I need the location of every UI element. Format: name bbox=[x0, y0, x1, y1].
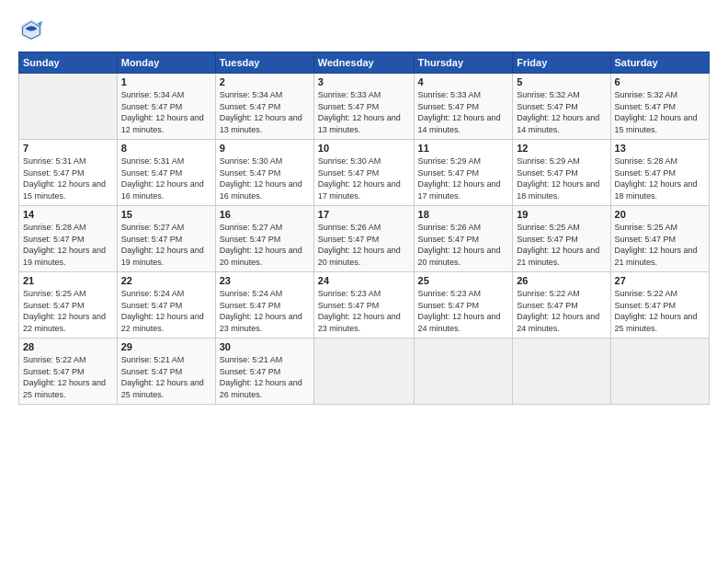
day-info: Sunrise: 5:32 AMSunset: 5:47 PMDaylight:… bbox=[517, 89, 606, 135]
calendar-cell bbox=[513, 339, 610, 405]
day-number: 15 bbox=[121, 209, 211, 220]
day-info: Sunrise: 5:27 AMSunset: 5:47 PMDaylight:… bbox=[220, 222, 310, 268]
day-number: 14 bbox=[23, 209, 113, 220]
day-number: 2 bbox=[220, 76, 310, 87]
calendar-cell bbox=[414, 339, 513, 405]
calendar-week-2: 7Sunrise: 5:31 AMSunset: 5:47 PMDaylight… bbox=[19, 140, 710, 206]
day-info: Sunrise: 5:25 AMSunset: 5:47 PMDaylight:… bbox=[615, 222, 705, 268]
calendar-page: SundayMondayTuesdayWednesdayThursdayFrid… bbox=[0, 0, 728, 563]
calendar-cell: 24Sunrise: 5:23 AMSunset: 5:47 PMDayligh… bbox=[313, 272, 414, 339]
day-number: 28 bbox=[23, 341, 113, 352]
weekday-header-friday: Friday bbox=[513, 52, 610, 74]
calendar-cell: 25Sunrise: 5:23 AMSunset: 5:47 PMDayligh… bbox=[414, 272, 513, 339]
calendar-week-1: 1Sunrise: 5:34 AMSunset: 5:47 PMDaylight… bbox=[19, 74, 710, 140]
calendar-cell: 6Sunrise: 5:32 AMSunset: 5:47 PMDaylight… bbox=[610, 74, 709, 140]
weekday-header-monday: Monday bbox=[117, 52, 215, 74]
calendar-cell: 4Sunrise: 5:33 AMSunset: 5:47 PMDaylight… bbox=[414, 74, 513, 140]
day-number: 11 bbox=[418, 143, 509, 154]
weekday-header-thursday: Thursday bbox=[414, 52, 513, 74]
day-number: 10 bbox=[318, 143, 410, 154]
day-info: Sunrise: 5:29 AMSunset: 5:47 PMDaylight:… bbox=[418, 155, 509, 201]
day-number: 17 bbox=[318, 209, 410, 220]
logo-icon bbox=[18, 17, 44, 42]
day-info: Sunrise: 5:28 AMSunset: 5:47 PMDaylight:… bbox=[615, 155, 705, 201]
weekday-header-wednesday: Wednesday bbox=[313, 52, 414, 74]
day-info: Sunrise: 5:24 AMSunset: 5:47 PMDaylight:… bbox=[121, 288, 211, 334]
day-info: Sunrise: 5:29 AMSunset: 5:47 PMDaylight:… bbox=[517, 155, 606, 201]
day-info: Sunrise: 5:23 AMSunset: 5:47 PMDaylight:… bbox=[318, 288, 410, 334]
day-info: Sunrise: 5:33 AMSunset: 5:47 PMDaylight:… bbox=[418, 89, 509, 135]
day-info: Sunrise: 5:22 AMSunset: 5:47 PMDaylight:… bbox=[517, 288, 606, 334]
calendar-cell: 10Sunrise: 5:30 AMSunset: 5:47 PMDayligh… bbox=[313, 140, 414, 206]
day-number: 12 bbox=[517, 143, 606, 154]
calendar-cell: 28Sunrise: 5:22 AMSunset: 5:47 PMDayligh… bbox=[19, 339, 118, 405]
day-info: Sunrise: 5:23 AMSunset: 5:47 PMDaylight:… bbox=[418, 288, 509, 334]
day-info: Sunrise: 5:34 AMSunset: 5:47 PMDaylight:… bbox=[220, 89, 310, 135]
calendar-cell: 11Sunrise: 5:29 AMSunset: 5:47 PMDayligh… bbox=[414, 140, 513, 206]
day-number: 27 bbox=[615, 275, 705, 286]
day-number: 25 bbox=[418, 275, 509, 286]
day-info: Sunrise: 5:27 AMSunset: 5:47 PMDaylight:… bbox=[121, 222, 211, 268]
calendar-cell: 18Sunrise: 5:26 AMSunset: 5:47 PMDayligh… bbox=[414, 206, 513, 272]
day-number: 29 bbox=[121, 341, 211, 352]
weekday-header-row: SundayMondayTuesdayWednesdayThursdayFrid… bbox=[19, 52, 710, 74]
day-info: Sunrise: 5:21 AMSunset: 5:47 PMDaylight:… bbox=[121, 354, 211, 400]
calendar-cell: 16Sunrise: 5:27 AMSunset: 5:47 PMDayligh… bbox=[215, 206, 313, 272]
calendar-cell: 19Sunrise: 5:25 AMSunset: 5:47 PMDayligh… bbox=[513, 206, 610, 272]
day-number: 26 bbox=[517, 275, 606, 286]
day-number: 9 bbox=[220, 143, 310, 154]
day-number: 3 bbox=[318, 76, 410, 87]
day-info: Sunrise: 5:30 AMSunset: 5:47 PMDaylight:… bbox=[318, 155, 410, 201]
day-info: Sunrise: 5:22 AMSunset: 5:47 PMDaylight:… bbox=[615, 288, 705, 334]
day-info: Sunrise: 5:33 AMSunset: 5:47 PMDaylight:… bbox=[318, 89, 410, 135]
calendar-cell: 5Sunrise: 5:32 AMSunset: 5:47 PMDaylight… bbox=[513, 74, 610, 140]
calendar-cell: 17Sunrise: 5:26 AMSunset: 5:47 PMDayligh… bbox=[313, 206, 414, 272]
calendar-cell: 30Sunrise: 5:21 AMSunset: 5:47 PMDayligh… bbox=[215, 339, 313, 405]
day-number: 20 bbox=[615, 209, 705, 220]
calendar-week-5: 28Sunrise: 5:22 AMSunset: 5:47 PMDayligh… bbox=[19, 339, 710, 405]
calendar-cell: 9Sunrise: 5:30 AMSunset: 5:47 PMDaylight… bbox=[215, 140, 313, 206]
calendar-cell: 29Sunrise: 5:21 AMSunset: 5:47 PMDayligh… bbox=[117, 339, 215, 405]
day-number: 4 bbox=[418, 76, 509, 87]
calendar-table: SundayMondayTuesdayWednesdayThursdayFrid… bbox=[18, 52, 710, 405]
calendar-cell: 8Sunrise: 5:31 AMSunset: 5:47 PMDaylight… bbox=[117, 140, 215, 206]
day-number: 7 bbox=[23, 143, 113, 154]
day-info: Sunrise: 5:26 AMSunset: 5:47 PMDaylight:… bbox=[418, 222, 509, 268]
day-info: Sunrise: 5:31 AMSunset: 5:47 PMDaylight:… bbox=[121, 155, 211, 201]
calendar-cell: 2Sunrise: 5:34 AMSunset: 5:47 PMDaylight… bbox=[215, 74, 313, 140]
calendar-cell: 1Sunrise: 5:34 AMSunset: 5:47 PMDaylight… bbox=[117, 74, 215, 140]
calendar-cell: 22Sunrise: 5:24 AMSunset: 5:47 PMDayligh… bbox=[117, 272, 215, 339]
calendar-cell: 13Sunrise: 5:28 AMSunset: 5:47 PMDayligh… bbox=[610, 140, 709, 206]
day-number: 19 bbox=[517, 209, 606, 220]
day-number: 8 bbox=[121, 143, 211, 154]
calendar-cell: 20Sunrise: 5:25 AMSunset: 5:47 PMDayligh… bbox=[610, 206, 709, 272]
day-info: Sunrise: 5:31 AMSunset: 5:47 PMDaylight:… bbox=[23, 155, 113, 201]
day-info: Sunrise: 5:24 AMSunset: 5:47 PMDaylight:… bbox=[220, 288, 310, 334]
day-number: 24 bbox=[318, 275, 410, 286]
calendar-cell: 21Sunrise: 5:25 AMSunset: 5:47 PMDayligh… bbox=[19, 272, 118, 339]
calendar-cell: 12Sunrise: 5:29 AMSunset: 5:47 PMDayligh… bbox=[513, 140, 610, 206]
day-info: Sunrise: 5:22 AMSunset: 5:47 PMDaylight:… bbox=[23, 354, 113, 400]
day-number: 13 bbox=[615, 143, 705, 154]
day-info: Sunrise: 5:32 AMSunset: 5:47 PMDaylight:… bbox=[615, 89, 705, 135]
day-info: Sunrise: 5:21 AMSunset: 5:47 PMDaylight:… bbox=[220, 354, 310, 400]
day-number: 23 bbox=[220, 275, 310, 286]
calendar-cell: 7Sunrise: 5:31 AMSunset: 5:47 PMDaylight… bbox=[19, 140, 118, 206]
day-number: 30 bbox=[220, 341, 310, 352]
logo bbox=[18, 17, 48, 42]
day-number: 1 bbox=[121, 76, 211, 87]
day-number: 5 bbox=[517, 76, 606, 87]
weekday-header-saturday: Saturday bbox=[610, 52, 709, 74]
day-number: 22 bbox=[121, 275, 211, 286]
day-info: Sunrise: 5:25 AMSunset: 5:47 PMDaylight:… bbox=[23, 288, 113, 334]
calendar-cell bbox=[313, 339, 414, 405]
calendar-week-4: 21Sunrise: 5:25 AMSunset: 5:47 PMDayligh… bbox=[19, 272, 710, 339]
calendar-cell: 23Sunrise: 5:24 AMSunset: 5:47 PMDayligh… bbox=[215, 272, 313, 339]
calendar-cell: 27Sunrise: 5:22 AMSunset: 5:47 PMDayligh… bbox=[610, 272, 709, 339]
header bbox=[18, 17, 710, 42]
day-number: 21 bbox=[23, 275, 113, 286]
calendar-cell: 14Sunrise: 5:28 AMSunset: 5:47 PMDayligh… bbox=[19, 206, 118, 272]
weekday-header-sunday: Sunday bbox=[19, 52, 118, 74]
calendar-cell bbox=[610, 339, 709, 405]
day-number: 18 bbox=[418, 209, 509, 220]
